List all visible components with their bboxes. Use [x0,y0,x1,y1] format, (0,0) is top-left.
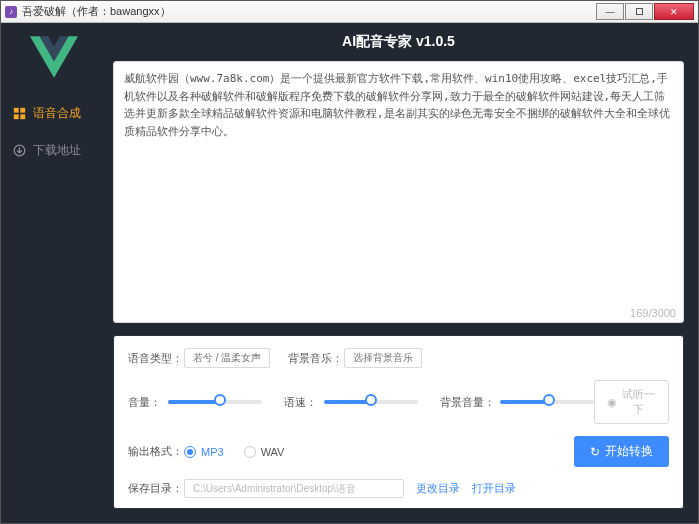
svg-rect-4 [14,114,19,119]
sidebar: 语音合成 下载地址 [1,23,107,523]
maximize-button[interactable] [625,3,653,20]
format-wav-radio[interactable]: WAV [244,446,285,458]
bgm-volume-slider[interactable] [500,400,594,404]
sidebar-item-label: 语音合成 [33,105,81,122]
controls-panel: 语音类型： 若兮 / 温柔女声 背景音乐： 选择背景音乐 音量： 语速： [113,335,684,509]
close-button[interactable]: ✕ [654,3,694,20]
svg-rect-3 [20,108,25,113]
convert-button[interactable]: ↻ 开始转换 [574,436,669,467]
play-icon: ◉ [607,396,617,409]
format-label: 输出格式： [128,444,184,459]
window-title: 吾爱破解（作者：bawangxx） [22,4,171,19]
change-dir-link[interactable]: 更改目录 [416,481,460,496]
save-dir-input[interactable] [184,479,404,498]
save-dir-label: 保存目录： [128,481,184,496]
bgm-select[interactable]: 选择背景音乐 [344,348,422,368]
preview-button[interactable]: ◉ 试听一下 [594,380,669,424]
sidebar-item-download[interactable]: 下载地址 [1,132,107,169]
bgm-volume-label: 背景音量： [440,395,500,410]
grid-icon [13,107,26,120]
voice-type-label: 语音类型： [128,351,184,366]
char-counter: 169/3000 [630,307,676,319]
minimize-button[interactable]: — [596,3,624,20]
sidebar-item-label: 下载地址 [33,142,81,159]
download-icon [13,144,26,157]
speed-label: 语速： [284,395,324,410]
text-input[interactable] [113,61,684,323]
sidebar-item-voice-synthesis[interactable]: 语音合成 [1,95,107,132]
svg-rect-5 [20,114,25,119]
svg-rect-2 [14,108,19,113]
open-dir-link[interactable]: 打开目录 [472,481,516,496]
volume-label: 音量： [128,395,168,410]
bgm-label: 背景音乐： [288,351,344,366]
refresh-icon: ↻ [590,445,600,459]
format-mp3-radio[interactable]: MP3 [184,446,224,458]
app-title: AI配音专家 v1.0.5 [113,33,684,51]
volume-slider[interactable] [168,400,262,404]
app-icon: ♪ [5,6,17,18]
voice-type-select[interactable]: 若兮 / 温柔女声 [184,348,270,368]
vue-logo [29,35,79,79]
speed-slider[interactable] [324,400,418,404]
titlebar: ♪ 吾爱破解（作者：bawangxx） — ✕ [1,1,698,23]
